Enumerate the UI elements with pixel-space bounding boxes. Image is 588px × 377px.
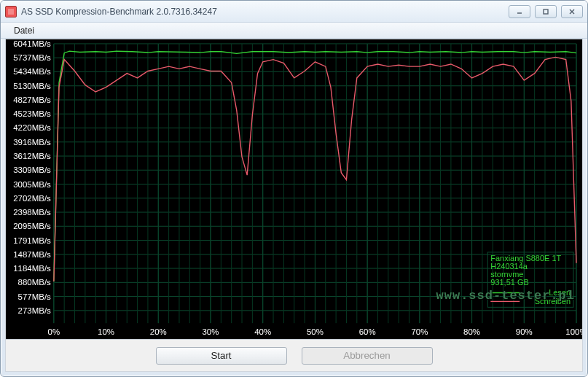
svg-text:3916MB/s: 3916MB/s <box>13 138 51 147</box>
svg-text:80%: 80% <box>463 327 480 336</box>
cancel-button: Abbrechen <box>302 347 433 365</box>
svg-text:4827MB/s: 4827MB/s <box>13 96 51 104</box>
svg-text:4220MB/s: 4220MB/s <box>13 123 51 132</box>
svg-text:10%: 10% <box>98 327 114 336</box>
window-buttons <box>509 5 583 18</box>
svg-text:577MB/s: 577MB/s <box>18 292 52 301</box>
window-title: AS SSD Kompression-Benchmark 2.0.7316.34… <box>21 7 509 17</box>
client-area: 273MB/s577MB/s880MB/s1184MB/s1487MB/s179… <box>5 39 583 372</box>
menubar: Datei <box>1 23 587 39</box>
start-button[interactable]: Start <box>156 347 287 365</box>
svg-text:5130MB/s: 5130MB/s <box>13 82 51 90</box>
svg-text:50%: 50% <box>307 327 324 336</box>
svg-text:1184MB/s: 1184MB/s <box>13 264 51 273</box>
svg-text:40%: 40% <box>254 327 271 336</box>
svg-text:30%: 30% <box>203 327 219 336</box>
svg-text:6041MB/s: 6041MB/s <box>13 39 51 48</box>
svg-text:3309MB/s: 3309MB/s <box>13 166 51 174</box>
menu-file[interactable]: Datei <box>8 24 40 37</box>
svg-text:90%: 90% <box>516 327 533 336</box>
maximize-button[interactable] <box>535 5 557 18</box>
svg-text:2398MB/s: 2398MB/s <box>13 208 51 217</box>
titlebar: AS SSD Kompression-Benchmark 2.0.7316.34… <box>1 1 587 23</box>
svg-text:2702MB/s: 2702MB/s <box>13 194 51 203</box>
chart-area: 273MB/s577MB/s880MB/s1184MB/s1487MB/s179… <box>6 39 582 339</box>
app-window: AS SSD Kompression-Benchmark 2.0.7316.34… <box>0 0 588 377</box>
svg-text:3612MB/s: 3612MB/s <box>13 152 51 160</box>
svg-text:1791MB/s: 1791MB/s <box>13 236 51 245</box>
svg-text:273MB/s: 273MB/s <box>18 306 52 315</box>
app-icon <box>5 6 17 18</box>
svg-text:3005MB/s: 3005MB/s <box>13 180 51 189</box>
close-button[interactable] <box>561 5 583 18</box>
svg-text:100%: 100% <box>565 327 582 336</box>
svg-text:20%: 20% <box>150 327 167 336</box>
svg-text:880MB/s: 880MB/s <box>18 278 52 287</box>
svg-text:4523MB/s: 4523MB/s <box>13 109 51 118</box>
svg-text:70%: 70% <box>411 327 428 336</box>
svg-text:2095MB/s: 2095MB/s <box>13 222 51 230</box>
svg-text:0%: 0% <box>48 327 60 336</box>
svg-text:5737MB/s: 5737MB/s <box>13 53 51 62</box>
watermark: www.ssd-tester.pl <box>436 289 575 303</box>
svg-text:60%: 60% <box>359 327 376 336</box>
svg-text:5434MB/s: 5434MB/s <box>13 67 51 76</box>
svg-text:1487MB/s: 1487MB/s <box>13 250 51 259</box>
button-bar: Start Abbrechen <box>6 339 582 371</box>
svg-text:931,51 GB: 931,51 GB <box>490 278 528 287</box>
svg-rect-1 <box>544 9 548 14</box>
minimize-button[interactable] <box>509 5 530 18</box>
